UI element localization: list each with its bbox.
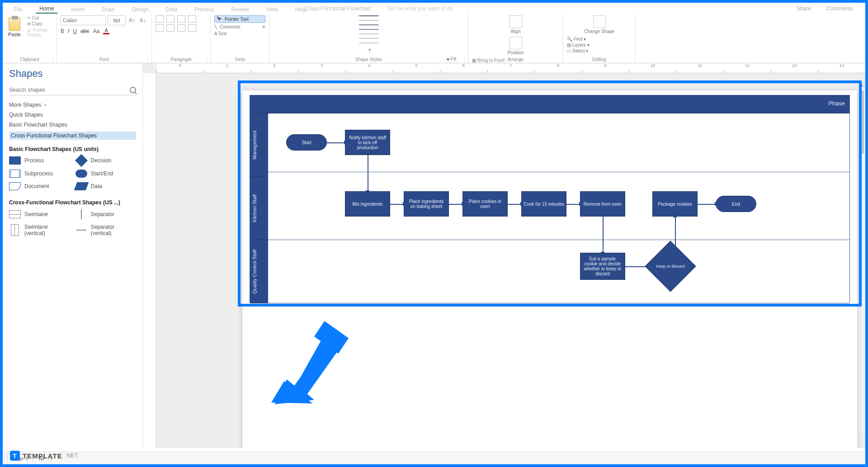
layers-button[interactable]: ▤ Layers ▾ bbox=[567, 42, 632, 47]
pointer-tool-button[interactable]: Pointer Tool bbox=[214, 15, 265, 23]
shape-styles-label: Shape Styles bbox=[269, 57, 468, 62]
strike-button[interactable]: abc bbox=[80, 28, 89, 34]
menu-review[interactable]: Review bbox=[227, 5, 252, 14]
copy-button[interactable]: ⧉ Copy bbox=[27, 21, 53, 27]
menubar: File Home Insert Draw Design Data Proces… bbox=[3, 3, 865, 14]
crossfunc-shapes-link[interactable]: Cross-Functional Flowchart Shapes bbox=[9, 132, 136, 140]
style-swatch-2[interactable] bbox=[359, 20, 379, 21]
text-tool-button[interactable]: A Text bbox=[214, 31, 265, 36]
shape-document[interactable]: Document bbox=[9, 182, 70, 190]
basic-flowchart-link[interactable]: Basic Flowchart Shapes bbox=[9, 122, 136, 128]
shape-subprocess[interactable]: Subprocess bbox=[9, 170, 70, 178]
pointer-icon bbox=[217, 16, 222, 22]
shape-data[interactable]: Data bbox=[75, 182, 137, 190]
font-family-select[interactable] bbox=[61, 15, 106, 25]
node-cook[interactable]: Cook for 15 minutes bbox=[521, 191, 566, 217]
changecase-button[interactable]: Aa bbox=[93, 28, 99, 34]
menu-data[interactable]: Data bbox=[162, 5, 181, 14]
node-remove[interactable]: Remove from oven bbox=[580, 191, 625, 217]
paragraph-label: Paragraph bbox=[152, 57, 210, 62]
shape-separator-v[interactable]: Separator (vertical) bbox=[75, 224, 137, 236]
swimlane-title-bar[interactable]: Phase bbox=[250, 95, 849, 113]
style-swatch-4[interactable] bbox=[359, 29, 379, 30]
basic-shapes-heading: Basic Flowchart Shapes (US units) bbox=[9, 146, 136, 152]
position-icon bbox=[509, 37, 522, 49]
lane-label-qc[interactable]: Quality Control Staff bbox=[250, 240, 268, 303]
status-bar: Page-1 All + bbox=[3, 452, 865, 464]
menu-crossfunctional[interactable]: Cross-Functional Flowchart bbox=[301, 5, 374, 13]
paste-icon bbox=[9, 17, 20, 31]
menu-design[interactable]: Design bbox=[128, 5, 152, 14]
font-size-select[interactable] bbox=[108, 15, 126, 25]
bold-button[interactable]: B bbox=[61, 28, 64, 34]
shape-swimlane-v[interactable]: Swimlane (vertical) bbox=[9, 224, 70, 236]
menu-file[interactable]: File bbox=[10, 5, 26, 14]
brand-icon: T bbox=[10, 451, 20, 461]
shape-process[interactable]: Process bbox=[9, 156, 70, 165]
cut-button[interactable]: ✂ Cut bbox=[27, 15, 53, 20]
close-icon[interactable]: ✕ bbox=[262, 24, 265, 29]
arrange-label: Arrange bbox=[468, 57, 563, 62]
tools-label: Tools bbox=[211, 57, 269, 62]
style-swatch-1[interactable] bbox=[359, 15, 379, 16]
tellme-search[interactable]: Tell me what you want to do bbox=[382, 5, 457, 13]
format-painter-button[interactable]: 🖌 Format Painter bbox=[27, 28, 53, 38]
quick-shapes-link[interactable]: Quick Shapes bbox=[9, 112, 136, 118]
more-shapes-link[interactable]: More Shapes › bbox=[9, 102, 136, 108]
font-color-button[interactable]: A bbox=[103, 28, 109, 34]
menu-process[interactable]: Process bbox=[191, 5, 217, 14]
annotation-arrow bbox=[256, 321, 355, 407]
menu-draw[interactable]: Draw bbox=[98, 5, 118, 14]
clipboard-label: Clipboard bbox=[3, 57, 57, 62]
connector-tool-button[interactable]: ╲Connector ✕ bbox=[214, 24, 265, 29]
change-shape-icon bbox=[593, 15, 606, 28]
shape-separator[interactable]: Separator bbox=[75, 209, 137, 219]
node-start[interactable]: Start bbox=[286, 134, 327, 151]
node-sample[interactable]: Eat a sample cookie and decide whether t… bbox=[580, 253, 625, 280]
ribbon: Paste ✂ Cut ⧉ Copy 🖌 Format Painter Clip… bbox=[3, 14, 865, 63]
position-button[interactable]: Position bbox=[472, 37, 559, 55]
lane-label-kitchen[interactable]: Kitchen Staff bbox=[250, 177, 268, 240]
swimlane-container[interactable]: Phase Management Kitchen Staff Quality C… bbox=[250, 95, 850, 303]
share-button[interactable]: Share bbox=[793, 5, 815, 13]
italic-button[interactable]: I bbox=[68, 28, 69, 34]
decrease-font-button[interactable]: A↓ bbox=[138, 17, 147, 24]
node-oven[interactable]: Place cookies in oven bbox=[462, 191, 508, 217]
node-mix[interactable]: Mix ingredients bbox=[345, 191, 390, 217]
editing-label: Editing bbox=[563, 57, 635, 62]
shape-startend[interactable]: Start/End bbox=[75, 170, 137, 178]
shapes-search-input[interactable] bbox=[9, 87, 130, 93]
phase-label: Phase bbox=[828, 100, 845, 107]
style-swatch-3[interactable] bbox=[359, 24, 379, 25]
increase-font-button[interactable]: A↑ bbox=[127, 17, 137, 24]
styles-more-icon[interactable]: ▾ bbox=[368, 47, 371, 53]
paragraph-buttons[interactable] bbox=[156, 15, 207, 32]
menu-insert[interactable]: Insert bbox=[67, 5, 88, 14]
brand-watermark: T TEMPLATE.NET bbox=[10, 451, 78, 461]
underline-button[interactable]: U bbox=[73, 28, 77, 34]
menu-view[interactable]: View bbox=[263, 5, 282, 14]
paste-button[interactable]: Paste bbox=[6, 15, 23, 39]
shapes-panel: Shapes More Shapes › Quick Shapes Basic … bbox=[3, 63, 143, 448]
node-end[interactable]: End bbox=[716, 196, 756, 212]
ruler-vertical bbox=[143, 73, 156, 448]
style-swatch-7[interactable] bbox=[359, 42, 379, 43]
shape-decision[interactable]: Decision bbox=[75, 156, 137, 165]
select-button[interactable]: ▭ Select ▾ bbox=[567, 48, 632, 53]
search-icon[interactable] bbox=[130, 87, 136, 93]
change-shape-button[interactable]: Change Shape bbox=[567, 15, 632, 34]
svg-marker-2 bbox=[275, 325, 347, 405]
vertical-scrollbar[interactable]: ▴ bbox=[858, 81, 865, 430]
lane-label-management[interactable]: Management bbox=[250, 113, 268, 177]
align-button[interactable]: Align bbox=[472, 15, 559, 34]
comments-button[interactable]: Comments bbox=[823, 5, 856, 13]
node-place[interactable]: Place ingredients on baking sheet bbox=[404, 191, 449, 217]
menu-home[interactable]: Home bbox=[36, 5, 57, 14]
shape-swimlane[interactable]: Swimlane bbox=[9, 209, 70, 219]
style-swatch-5[interactable] bbox=[359, 33, 379, 34]
canvas[interactable]: 01234567891011121314 ▴ Phase Management … bbox=[143, 63, 865, 448]
find-button[interactable]: 🔍 Find ▾ bbox=[567, 37, 632, 42]
node-notify[interactable]: Notify kitchen staff to kick off product… bbox=[345, 130, 390, 155]
ruler-horizontal: 01234567891011121314 bbox=[156, 63, 865, 73]
style-swatch-6[interactable] bbox=[359, 38, 379, 39]
